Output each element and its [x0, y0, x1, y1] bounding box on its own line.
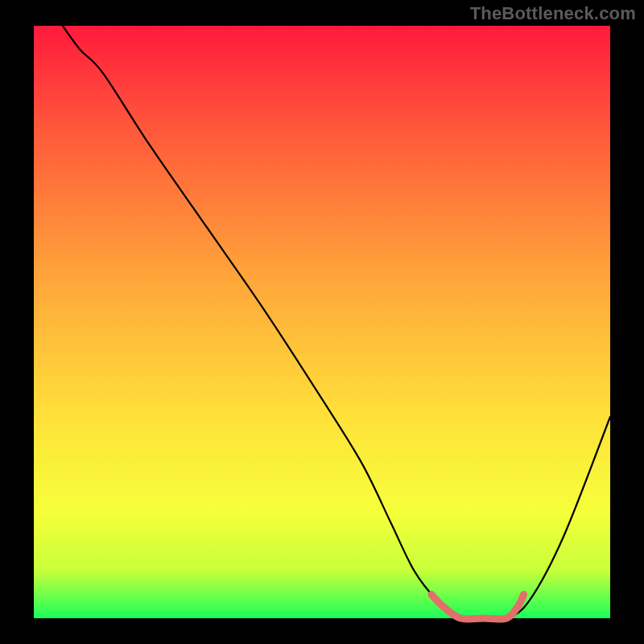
bottleneck-chart: [0, 0, 644, 644]
chart-frame: TheBottleneck.com: [0, 0, 644, 644]
plot-background: [34, 26, 610, 618]
